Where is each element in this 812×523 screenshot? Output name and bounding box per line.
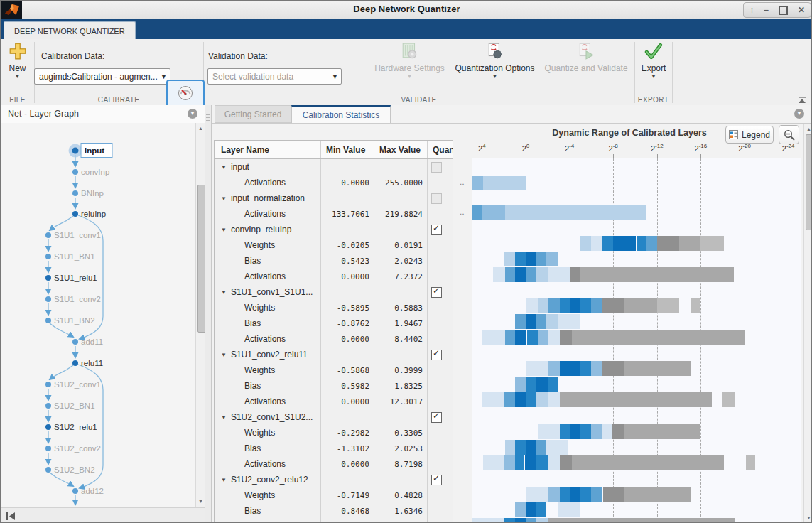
legend-button[interactable]: Legend xyxy=(725,126,774,144)
maximize-icon[interactable] xyxy=(779,6,788,15)
dynamic-range-bar-S1U2_conv1_S1U2_relu1-weights[interactable] xyxy=(472,424,801,439)
layer-graph-canvas[interactable]: inputconvInpBNInpreluInpS1U1_conv1S1U1_B… xyxy=(1,123,195,507)
graph-vertical-scrollbar[interactable]: ▲ ▼ xyxy=(195,123,206,507)
graph-node-input[interactable] xyxy=(72,148,79,154)
scroll-up-icon[interactable]: ▲ xyxy=(804,125,812,134)
collapse-group-icon[interactable]: ▼ xyxy=(221,414,227,421)
graph-node-convInp[interactable] xyxy=(72,169,78,175)
dynamic-range-bar-S1U1_conv1_S1U1_relu1-bias[interactable] xyxy=(472,314,801,329)
collapse-document-icon[interactable]: ▼ xyxy=(794,109,804,119)
graph-node-S1U2_conv2[interactable] xyxy=(45,446,51,451)
quantize-checkbox[interactable]: ✓ xyxy=(431,350,442,360)
table-group-row[interactable]: ▼input_normalization xyxy=(215,190,453,207)
table-row[interactable]: Activations0.000012.3017 xyxy=(215,394,453,410)
close-icon[interactable]: ✕ xyxy=(798,6,805,14)
hardware-settings-button[interactable]: Hardware Settings ▼ xyxy=(372,42,447,80)
column-header-max-value[interactable]: Max Value xyxy=(374,141,428,158)
table-group-row[interactable]: ▼S1U2_conv2_relu12✓ xyxy=(215,472,453,488)
table-row[interactable]: Activations-133.7061219.8824 xyxy=(215,206,453,222)
dynamic-range-bar-convInp_reluInp-activations[interactable] xyxy=(472,267,801,282)
graph-horizontal-scrollbar[interactable] xyxy=(1,507,205,523)
minimize-icon[interactable]: – xyxy=(764,6,769,14)
graph-node-S1U1_conv2[interactable] xyxy=(45,296,51,302)
column-header-min-value[interactable]: Min Value xyxy=(321,141,374,158)
table-row[interactable]: Bias-0.59821.8325 xyxy=(215,378,453,394)
dynamic-range-bar-S1U2_conv2_relu12-activations[interactable] xyxy=(472,518,801,523)
zoom-out-button[interactable] xyxy=(779,125,799,144)
table-row[interactable]: Weights-0.58950.5883 xyxy=(215,300,453,316)
new-button[interactable]: New ▼ xyxy=(3,42,32,80)
collapse-group-icon[interactable]: ▼ xyxy=(221,195,227,202)
table-row[interactable]: Activations0.000017.0994 xyxy=(215,519,453,523)
quantize-checkbox[interactable]: ✓ xyxy=(431,412,442,423)
validation-data-combo[interactable]: Select validation data ▼ xyxy=(207,68,342,85)
column-header-quan[interactable]: Quan xyxy=(428,141,453,158)
dynamic-range-bar-input_normalization-activations[interactable]: ‥… xyxy=(472,205,801,220)
table-group-row[interactable]: ▼S1U2_conv1_S1U2...✓ xyxy=(215,409,453,426)
tab-deep-network-quantizer[interactable]: DEEP NETWORK QUANTIZER xyxy=(4,21,136,40)
table-row[interactable]: Activations0.00007.2372 xyxy=(215,269,453,285)
collapse-group-icon[interactable]: ▼ xyxy=(221,477,227,483)
graph-node-S1U2_conv1[interactable] xyxy=(45,382,51,387)
graph-node-S1U1_relu1[interactable] xyxy=(45,275,51,281)
table-row[interactable]: Activations0.00008.7198 xyxy=(215,456,453,473)
dynamic-range-bar-S1U2_conv2_relu12-bias[interactable] xyxy=(472,502,801,517)
calibration-statistics-table[interactable]: Layer NameMin ValueMax ValueQuan▼inputAc… xyxy=(214,140,453,523)
graph-node-S1U2_BN2[interactable] xyxy=(45,467,51,473)
table-row[interactable]: Weights-0.71490.4828 xyxy=(215,487,453,504)
table-row[interactable]: Bias-0.87621.9467 xyxy=(215,316,453,332)
scroll-down-icon[interactable]: ▼ xyxy=(804,514,812,522)
chart-vertical-scrollbar[interactable]: ▲ ▼ xyxy=(803,124,812,523)
collapse-group-icon[interactable]: ▼ xyxy=(221,289,227,296)
calibration-data-combo[interactable]: augimdsCalibration - augmen... ▼ xyxy=(34,68,170,85)
table-row[interactable]: Weights-0.02050.0191 xyxy=(215,237,453,254)
table-row[interactable]: Bias-0.84681.6346 xyxy=(215,503,453,519)
quantize-checkbox[interactable]: ✓ xyxy=(431,475,442,485)
splitter-handle[interactable] xyxy=(206,109,210,123)
table-row[interactable]: Weights-0.58680.3999 xyxy=(215,362,453,379)
tab-calibration-statistics[interactable]: Calibration Statistics xyxy=(291,105,391,123)
graph-node-BNInp[interactable] xyxy=(72,190,78,196)
dynamic-range-bar-convInp_reluInp-bias[interactable] xyxy=(472,252,801,266)
graph-node-S1U1_BN1[interactable] xyxy=(45,254,51,259)
table-group-row[interactable]: ▼S1U1_conv2_relu11✓ xyxy=(215,347,453,363)
chart-plot-area[interactable]: ‥…‥… xyxy=(472,158,801,523)
scroll-down-icon[interactable]: ▼ xyxy=(196,497,205,506)
graph-node-relu11[interactable] xyxy=(72,360,78,366)
panel-splitter[interactable] xyxy=(205,105,211,523)
dynamic-range-bar-S1U1_conv2_relu11-weights[interactable] xyxy=(472,361,801,376)
dynamic-range-bar-S1U1_conv2_relu11-bias[interactable] xyxy=(472,377,801,392)
graph-node-add11[interactable] xyxy=(72,339,78,345)
table-row[interactable]: Activations0.00008.4402 xyxy=(215,331,453,347)
collapse-group-icon[interactable]: ▼ xyxy=(221,164,227,171)
dynamic-range-bar-convInp_reluInp-weights[interactable] xyxy=(472,236,801,251)
quantization-options-button[interactable]: Quantization Options ▼ xyxy=(450,42,539,80)
quantize-and-validate-button[interactable]: Quantize and Validate xyxy=(541,42,632,73)
collapse-ribbon-button[interactable] xyxy=(797,95,807,103)
table-row[interactable]: Bias-0.54232.0243 xyxy=(215,253,453,269)
table-group-row[interactable]: ▼convInp_reluInp✓ xyxy=(215,222,453,238)
table-row[interactable]: Weights-0.29820.3305 xyxy=(215,425,453,441)
graph-node-reluInp[interactable] xyxy=(72,211,78,217)
dynamic-range-bar-S1U1_conv2_relu11-activations[interactable] xyxy=(472,392,801,407)
table-group-row[interactable]: ▼S1U1_conv1_S1U1...✓ xyxy=(215,284,453,301)
graph-node-S1U2_BN1[interactable] xyxy=(45,403,51,409)
collapse-left-icon[interactable] xyxy=(6,512,16,521)
scrollbar-thumb[interactable] xyxy=(806,134,812,230)
export-button[interactable]: Export ▼ xyxy=(637,42,670,80)
dynamic-range-bar-S1U2_conv1_S1U2_relu1-bias[interactable] xyxy=(472,440,801,455)
tab-getting-started[interactable]: Getting Started xyxy=(215,105,291,123)
quantize-checkbox[interactable]: ✓ xyxy=(431,225,442,235)
quantize-checkbox[interactable]: ✓ xyxy=(431,287,442,298)
collapse-group-icon[interactable]: ▼ xyxy=(221,227,227,233)
scroll-up-icon[interactable]: ▲ xyxy=(196,124,205,133)
table-row[interactable]: Bias-1.31022.0253 xyxy=(215,441,453,457)
column-header-layer-name[interactable]: Layer Name xyxy=(215,141,321,158)
table-row[interactable]: Activations0.0000255.0000 xyxy=(215,175,453,191)
dynamic-range-bar-S1U2_conv1_S1U2_relu1-activations[interactable] xyxy=(472,455,801,470)
graph-node-S1U1_conv1[interactable] xyxy=(45,232,51,238)
collapse-panel-icon[interactable]: ▼ xyxy=(188,109,197,119)
dynamic-range-bar-S1U2_conv2_relu12-weights[interactable] xyxy=(472,487,801,502)
table-group-row[interactable]: ▼input xyxy=(215,159,453,176)
collapse-group-icon[interactable]: ▼ xyxy=(221,352,227,358)
